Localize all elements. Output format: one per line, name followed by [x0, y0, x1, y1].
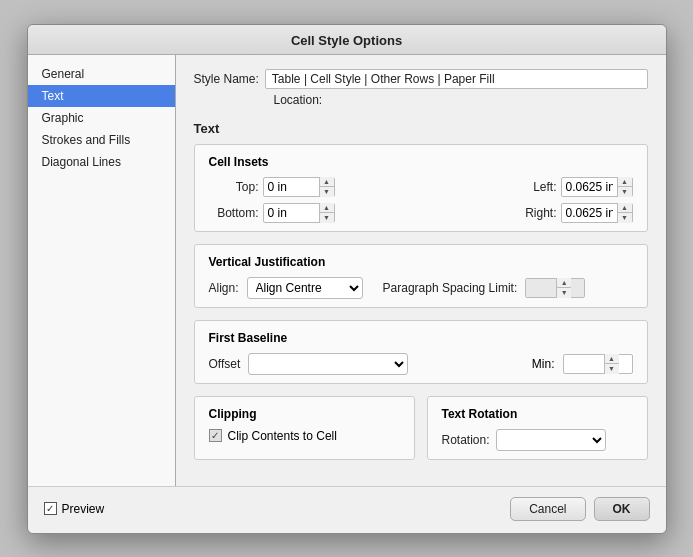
- vjust-section: Vertical Justification Align: Align Cent…: [194, 244, 648, 308]
- bottom-input[interactable]: [264, 204, 319, 222]
- bottom-spin-up[interactable]: ▲: [320, 203, 334, 214]
- inset-top-row: Top: ▲ ▼: [209, 177, 421, 197]
- cell-insets-title: Cell Insets: [209, 155, 633, 169]
- cell-style-options-dialog: Cell Style Options General Text Graphic …: [27, 24, 667, 534]
- top-spin-buttons: ▲ ▼: [319, 177, 334, 197]
- sidebar-item-general[interactable]: General: [28, 63, 175, 85]
- bottom-label: Bottom:: [209, 206, 259, 220]
- align-label: Align:: [209, 281, 239, 295]
- bottom-spin-buttons: ▲ ▼: [319, 203, 334, 223]
- right-spin-input[interactable]: ▲ ▼: [561, 203, 633, 223]
- offset-label: Offset: [209, 357, 241, 371]
- inset-left-row: Left: ▲ ▼: [421, 177, 633, 197]
- left-spin-down[interactable]: ▼: [618, 187, 632, 197]
- rotation-select[interactable]: 0° 90° 180° 270°: [496, 429, 606, 451]
- top-input[interactable]: [264, 178, 319, 196]
- insets-grid: Top: ▲ ▼ Left:: [209, 177, 633, 223]
- left-input[interactable]: [562, 178, 617, 196]
- para-spacing-buttons: ▲ ▼: [556, 278, 571, 298]
- right-spin-up[interactable]: ▲: [618, 203, 632, 214]
- para-spacing-up[interactable]: ▲: [557, 278, 571, 289]
- clipping-title: Clipping: [209, 407, 400, 421]
- baseline-row: Offset Ascent Cap Height Leading Fixed x…: [209, 353, 633, 375]
- top-spin-up[interactable]: ▲: [320, 177, 334, 188]
- clip-row: ✓ Clip Contents to Cell: [209, 429, 400, 443]
- cancel-button[interactable]: Cancel: [510, 497, 585, 521]
- right-spin-buttons: ▲ ▼: [617, 203, 632, 223]
- sidebar-item-diagonal[interactable]: Diagonal Lines: [28, 151, 175, 173]
- clip-label: Clip Contents to Cell: [228, 429, 337, 443]
- preview-check: ✓ Preview: [44, 502, 105, 516]
- right-spin-down[interactable]: ▼: [618, 213, 632, 223]
- left-spin-up[interactable]: ▲: [618, 177, 632, 188]
- main-content: Style Name: Table | Cell Style | Other R…: [176, 55, 666, 486]
- min-spin-buttons: ▲ ▼: [604, 354, 619, 374]
- sidebar-item-text[interactable]: Text: [28, 85, 175, 107]
- para-spacing-spin[interactable]: ▲ ▼: [525, 278, 585, 298]
- baseline-section: First Baseline Offset Ascent Cap Height …: [194, 320, 648, 384]
- top-label: Top:: [209, 180, 259, 194]
- bottom-spin-input[interactable]: ▲ ▼: [263, 203, 335, 223]
- sidebar-item-strokes[interactable]: Strokes and Fills: [28, 129, 175, 151]
- sidebar-item-graphic[interactable]: Graphic: [28, 107, 175, 129]
- left-label: Left:: [507, 180, 557, 194]
- preview-label: Preview: [62, 502, 105, 516]
- location-row: Location:: [194, 93, 648, 107]
- top-spin-down[interactable]: ▼: [320, 187, 334, 197]
- min-label: Min:: [532, 357, 555, 371]
- rotation-title: Text Rotation: [442, 407, 633, 421]
- dialog-footer: ✓ Preview Cancel OK: [28, 486, 666, 533]
- style-name-value: Table | Cell Style | Other Rows | Paper …: [265, 69, 648, 89]
- para-spacing-down[interactable]: ▼: [557, 288, 571, 298]
- align-select[interactable]: Align Centre Align Top Align Bottom Just…: [247, 277, 363, 299]
- left-spin-buttons: ▲ ▼: [617, 177, 632, 197]
- min-spin[interactable]: ▲ ▼: [563, 354, 633, 374]
- para-spacing-input[interactable]: [526, 279, 556, 297]
- min-input[interactable]: [564, 355, 604, 373]
- dialog-body: General Text Graphic Strokes and Fills D…: [28, 55, 666, 486]
- bottom-sections: Clipping ✓ Clip Contents to Cell Text Ro…: [194, 396, 648, 460]
- ok-button[interactable]: OK: [594, 497, 650, 521]
- right-input[interactable]: [562, 204, 617, 222]
- offset-select[interactable]: Ascent Cap Height Leading Fixed x Height: [248, 353, 408, 375]
- clip-checkbox[interactable]: ✓: [209, 429, 222, 442]
- rotation-section: Text Rotation Rotation: 0° 90° 180° 270°: [427, 396, 648, 460]
- left-spin-input[interactable]: ▲ ▼: [561, 177, 633, 197]
- text-section-title: Text: [194, 121, 648, 136]
- para-spacing-label: Paragraph Spacing Limit:: [383, 281, 518, 295]
- rotation-label: Rotation:: [442, 433, 490, 447]
- right-label: Right:: [507, 206, 557, 220]
- inset-right-row: Right: ▲ ▼: [421, 203, 633, 223]
- preview-check-mark: ✓: [46, 503, 54, 514]
- vjust-title: Vertical Justification: [209, 255, 633, 269]
- style-name-label: Style Name:: [194, 72, 259, 86]
- style-name-row: Style Name: Table | Cell Style | Other R…: [194, 69, 648, 89]
- min-spin-down[interactable]: ▼: [605, 364, 619, 374]
- cell-insets-section: Cell Insets Top: ▲ ▼: [194, 144, 648, 232]
- top-spin-input[interactable]: ▲ ▼: [263, 177, 335, 197]
- min-spin-up[interactable]: ▲: [605, 354, 619, 365]
- baseline-title: First Baseline: [209, 331, 633, 345]
- inset-bottom-row: Bottom: ▲ ▼: [209, 203, 421, 223]
- dialog-title: Cell Style Options: [28, 25, 666, 55]
- sidebar: General Text Graphic Strokes and Fills D…: [28, 55, 176, 486]
- clipping-section: Clipping ✓ Clip Contents to Cell: [194, 396, 415, 460]
- rotation-row: Rotation: 0° 90° 180° 270°: [442, 429, 633, 451]
- vjust-row: Align: Align Centre Align Top Align Bott…: [209, 277, 633, 299]
- bottom-spin-down[interactable]: ▼: [320, 213, 334, 223]
- location-label: Location:: [274, 93, 323, 107]
- preview-checkbox[interactable]: ✓: [44, 502, 57, 515]
